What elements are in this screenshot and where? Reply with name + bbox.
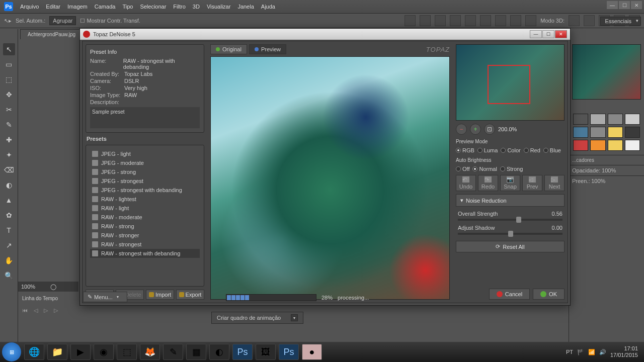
type-tool[interactable]: T [3, 224, 15, 236]
align-icon[interactable] [450, 15, 461, 26]
align-icon[interactable] [465, 15, 476, 26]
ok-button[interactable]: OK [533, 289, 565, 300]
eyedropper-tool[interactable]: ✎ [3, 119, 15, 131]
swatch[interactable] [625, 127, 640, 138]
swatch[interactable] [573, 127, 588, 138]
heal-tool[interactable]: ✚ [3, 134, 15, 146]
navigator-thumb[interactable] [572, 44, 641, 100]
noise-reduction-header[interactable]: ▾Noise Reduction [456, 194, 565, 207]
crop-tool[interactable]: ✂ [3, 104, 15, 116]
import-button[interactable]: Import [146, 290, 174, 300]
distribute-icon[interactable] [510, 15, 521, 26]
taskbar-app-icon[interactable]: ▦ [186, 344, 206, 360]
swatch[interactable] [590, 140, 605, 151]
export-button[interactable]: Export [176, 290, 204, 300]
dialog-close-icon[interactable]: ✕ [555, 30, 567, 38]
menu-3d[interactable]: 3D [193, 4, 200, 10]
preview-canvas[interactable] [210, 56, 450, 300]
taskbar-explorer-icon[interactable]: 📁 [47, 344, 67, 360]
preset-item[interactable]: JPEG - strongest with debanding [90, 186, 200, 195]
chevron-down-icon[interactable]: ▾ [291, 314, 298, 321]
align-icon[interactable] [420, 15, 431, 26]
navigator-rect[interactable] [488, 65, 530, 104]
preset-item[interactable]: RAW - light [90, 204, 200, 213]
host-maximize-icon[interactable]: ☐ [619, 1, 630, 9]
overall-strength-slider[interactable] [458, 219, 562, 221]
eraser-tool[interactable]: ◐ [3, 179, 15, 191]
preset-item[interactable]: RAW - lightest [90, 195, 200, 204]
gradient-tool[interactable]: ▲ [3, 194, 15, 206]
host-minimize-icon[interactable]: — [607, 1, 618, 9]
blur-tool[interactable]: ✿ [3, 209, 15, 221]
lasso-tool[interactable]: ⬚ [3, 73, 15, 85]
host-close-icon[interactable]: ✕ [631, 1, 642, 9]
3d-icon[interactable] [584, 15, 595, 26]
goto-start-icon[interactable]: ⏮ [22, 307, 28, 314]
swatch[interactable] [608, 140, 623, 151]
taskbar-ps-icon[interactable]: Ps [232, 344, 253, 360]
preset-item[interactable]: RAW - moderate [90, 213, 200, 222]
radio-color[interactable]: Color [501, 147, 520, 153]
tray-volume-icon[interactable]: 🔊 [599, 349, 606, 355]
stamp-tool[interactable]: ⌫ [3, 164, 15, 176]
preset-item[interactable]: RAW - strongest with debanding [90, 249, 200, 258]
taskbar-app-icon[interactable]: ✎ [163, 344, 183, 360]
menu-type[interactable]: Tipo [122, 4, 133, 10]
document-tab[interactable]: AchtergrondPauw.jpg [20, 29, 83, 39]
create-frame-button[interactable]: Criar quadro de animação▾ [211, 312, 303, 324]
dialog-titlebar[interactable]: Topaz DeNoise 5 — ☐ ✕ [80, 29, 570, 40]
swatch[interactable] [573, 140, 588, 151]
swatch[interactable] [625, 114, 640, 125]
3d-icon[interactable] [569, 15, 580, 26]
taskbar-ie-icon[interactable]: 🌐 [24, 344, 44, 360]
swatch[interactable] [590, 127, 605, 138]
menu-window[interactable]: Janela [237, 4, 254, 10]
menu-button[interactable]: ✎Menu... [83, 292, 127, 302]
tray-flag-icon[interactable]: 🏴 [577, 349, 584, 355]
wand-tool[interactable]: ✥ [3, 88, 15, 101]
taskbar-app-icon[interactable]: ◐ [209, 344, 229, 360]
swatch[interactable] [625, 140, 640, 151]
align-icon[interactable] [435, 15, 446, 26]
taskbar-app-icon[interactable]: ⬚ [117, 344, 137, 360]
radio-rgb[interactable]: RGB [456, 147, 474, 153]
navigator[interactable] [456, 44, 565, 121]
preset-item[interactable]: JPEG - moderate [90, 158, 200, 167]
taskbar-firefox-icon[interactable]: 🦊 [140, 344, 160, 360]
play-icon[interactable]: ▷ [44, 307, 48, 314]
dialog-minimize-icon[interactable]: — [530, 30, 542, 38]
preset-item[interactable]: JPEG - strongest [90, 176, 200, 186]
menu-image[interactable]: Imagem [67, 4, 88, 10]
menu-file[interactable]: Arquivo [20, 4, 39, 10]
menu-edit[interactable]: Editar [46, 4, 60, 10]
tray-network-icon[interactable]: 📶 [588, 349, 595, 355]
zoom-out-button[interactable]: − [456, 124, 467, 135]
preset-item[interactable]: JPEG - light [90, 149, 200, 158]
marquee-tool[interactable]: ▭ [3, 58, 15, 70]
radio-strong[interactable]: Strong [500, 166, 523, 172]
start-button[interactable]: ⊞ [2, 342, 21, 361]
taskbar-chrome-icon[interactable]: ◉ [94, 344, 114, 360]
distribute-icon[interactable] [495, 15, 506, 26]
undo-button[interactable]: ↶Undo [456, 175, 476, 191]
taskbar-app-icon[interactable]: 🖼 [256, 344, 276, 360]
taskbar-wmp-icon[interactable]: ▶ [70, 344, 91, 360]
dialog-maximize-icon[interactable]: ☐ [542, 30, 554, 38]
zoom-in-button[interactable]: + [470, 124, 481, 135]
menu-help[interactable]: Ajuda [261, 4, 275, 10]
menu-select[interactable]: Selecionar [140, 4, 166, 10]
zoom-slider-icon[interactable]: ◯ [50, 284, 56, 290]
taskbar-recorder-icon[interactable]: ● [302, 344, 322, 360]
menu-filter[interactable]: Filtro [173, 4, 185, 10]
tab-original[interactable]: Original [210, 44, 247, 54]
workspace-dropdown[interactable]: Essenciais [600, 17, 641, 26]
adjust-shadow-slider[interactable] [458, 233, 562, 235]
tab-preview[interactable]: Preview [249, 44, 286, 54]
preset-item[interactable]: RAW - strong [90, 222, 200, 231]
prev-frame-icon[interactable]: ◁ [34, 307, 38, 314]
taskbar-ps-icon[interactable]: Ps [279, 344, 299, 360]
preset-item[interactable]: RAW - stronger [90, 231, 200, 240]
menu-layer[interactable]: Camada [95, 4, 116, 10]
redo-button[interactable]: ↷Redo [478, 175, 498, 191]
brush-tool[interactable]: ✦ [3, 149, 15, 161]
